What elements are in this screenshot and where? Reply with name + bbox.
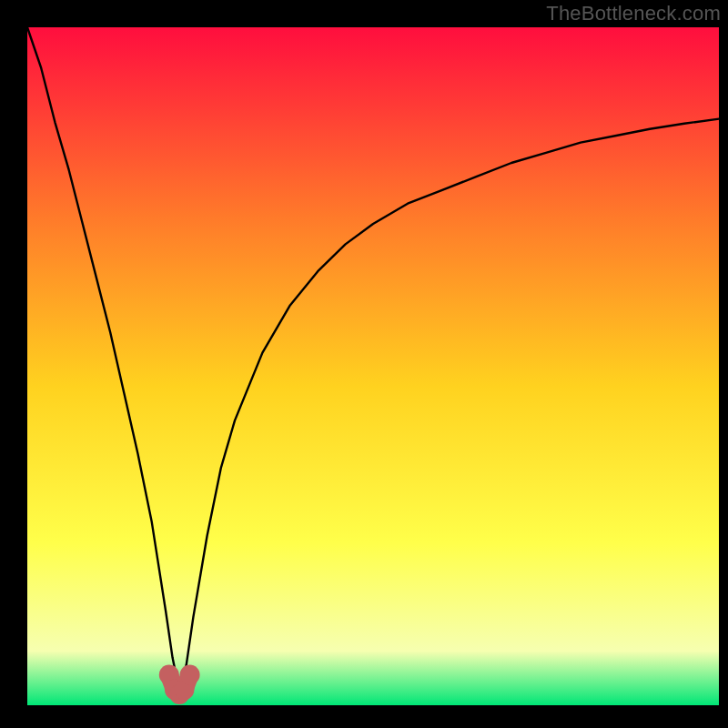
plot-area [27, 27, 719, 705]
chart-stage: TheBottleneck.com [0, 0, 728, 728]
watermark-text: TheBottleneck.com [546, 2, 721, 25]
optimal-marker [180, 664, 200, 684]
bottleneck-chart [0, 0, 728, 728]
